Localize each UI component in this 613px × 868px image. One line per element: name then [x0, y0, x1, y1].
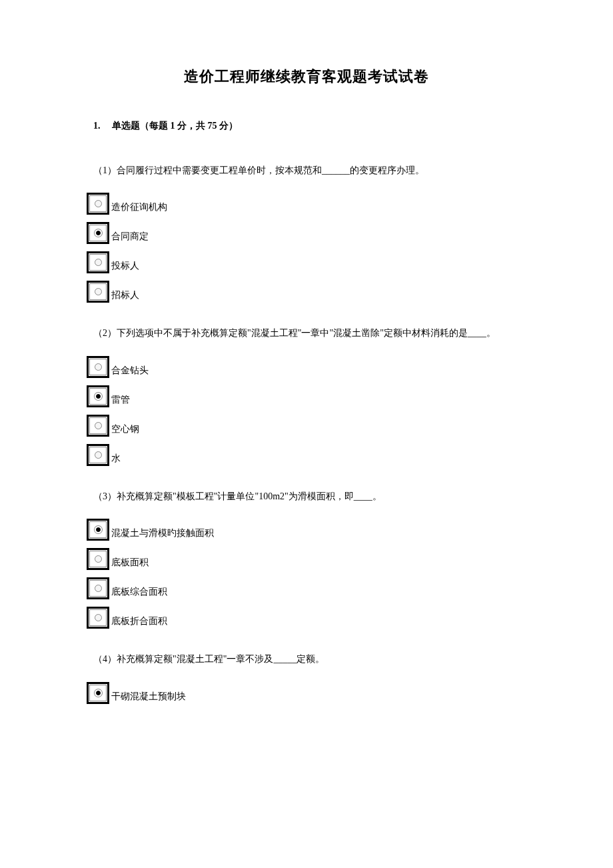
radio-box-inner [89, 551, 107, 567]
option-row[interactable]: 混凝土与滑模旳接触面积 [87, 517, 526, 541]
radio-unselected-icon [95, 451, 102, 459]
radio-box[interactable] [87, 682, 109, 704]
radio-unselected-icon [95, 555, 102, 563]
question-block: （1）合同履行过程中需要变更工程单价时，按本规范和______的变更程序办理。造… [87, 159, 526, 303]
radio-box-inner [89, 685, 107, 701]
option-row[interactable]: 干砌混凝土预制块 [87, 680, 526, 704]
radio-unselected-icon [95, 422, 102, 429]
option-label: 底板折合面积 [111, 615, 167, 629]
radio-box[interactable] [87, 577, 109, 599]
radio-box-inner [89, 521, 107, 538]
option-label: 混凝土与滑模旳接触面积 [111, 527, 214, 541]
question-text: （4）补充概算定额"混凝土工程"一章不涉及_____定额。 [87, 647, 526, 671]
radio-unselected-icon [95, 614, 102, 621]
question-text: （2）下列选项中不属于补充概算定额"混凝土工程"一章中"混凝土凿除"定额中材料消… [87, 321, 526, 345]
option-row[interactable]: 底板折合面积 [87, 605, 526, 629]
option-row[interactable]: 雷管 [87, 383, 526, 407]
radio-box-inner [89, 225, 107, 241]
option-row[interactable]: 底板面积 [87, 546, 526, 570]
radio-selected-icon [96, 394, 101, 399]
radio-unselected-icon [95, 259, 102, 266]
option-row[interactable]: 造价征询机构 [87, 191, 526, 215]
question-block: （4）补充概算定额"混凝土工程"一章不涉及_____定额。干砌混凝土预制块 [87, 647, 526, 703]
option-label: 招标人 [111, 289, 139, 303]
radio-box-inner [89, 580, 107, 597]
radio-box[interactable] [87, 193, 109, 215]
radio-box-inner [89, 447, 107, 463]
option-label: 合金钻头 [111, 365, 149, 378]
page-title: 造价工程师继续教育客观题考试试卷 [87, 67, 526, 87]
option-row[interactable]: 合同商定 [87, 220, 526, 244]
radio-box[interactable] [87, 607, 109, 629]
option-row[interactable]: 底板综合面积 [87, 575, 526, 599]
option-label: 水 [111, 453, 121, 466]
radio-box[interactable] [87, 281, 109, 303]
radio-box-inner [89, 388, 107, 405]
option-row[interactable]: 空心钢 [87, 413, 526, 437]
radio-box[interactable] [87, 519, 109, 541]
option-label: 干砌混凝土预制块 [111, 691, 186, 704]
radio-box[interactable] [87, 385, 109, 407]
option-label: 底板综合面积 [111, 586, 167, 599]
option-row[interactable]: 合金钻头 [87, 354, 526, 378]
radio-box-inner [89, 417, 107, 434]
section-header: 1. 单选题（每题 1 分，共 75 分） [87, 120, 526, 132]
radio-box-inner [89, 283, 107, 300]
radio-box-inner [89, 359, 107, 375]
question-block: （2）下列选项中不属于补充概算定额"混凝土工程"一章中"混凝土凿除"定额中材料消… [87, 321, 526, 465]
radio-selected-icon [96, 527, 101, 532]
question-text: （3）补充概算定额"模板工程"计量单位"100m2"为滑模面积，即____。 [87, 485, 526, 509]
radio-box[interactable] [87, 251, 109, 273]
radio-box[interactable] [87, 548, 109, 570]
option-label: 造价征询机构 [111, 201, 167, 215]
radio-box[interactable] [87, 356, 109, 378]
radio-box-inner [89, 254, 107, 271]
radio-box-inner [89, 195, 107, 212]
radio-box[interactable] [87, 222, 109, 244]
exam-page: 造价工程师继续教育客观题考试试卷 1. 单选题（每题 1 分，共 75 分） （… [0, 0, 613, 763]
radio-unselected-icon [95, 200, 102, 207]
option-label: 底板面积 [111, 557, 149, 570]
option-label: 合同商定 [111, 231, 149, 244]
radio-box[interactable] [87, 444, 109, 466]
section-number: 1. [93, 121, 101, 131]
option-row[interactable]: 招标人 [87, 279, 526, 303]
radio-selected-icon [96, 231, 101, 235]
radio-selected-icon [96, 691, 101, 695]
radio-unselected-icon [95, 585, 102, 592]
radio-unselected-icon [95, 288, 102, 295]
option-label: 雷管 [111, 394, 130, 407]
section-label: 单选题（每题 1 分，共 75 分） [112, 121, 238, 131]
option-row[interactable]: 水 [87, 442, 526, 466]
option-row[interactable]: 投标人 [87, 249, 526, 273]
question-block: （3）补充概算定额"模板工程"计量单位"100m2"为滑模面积，即____。混凝… [87, 485, 526, 629]
questions-container: （1）合同履行过程中需要变更工程单价时，按本规范和______的变更程序办理。造… [87, 159, 526, 704]
option-label: 空心钢 [111, 423, 139, 437]
question-text: （1）合同履行过程中需要变更工程单价时，按本规范和______的变更程序办理。 [87, 159, 526, 183]
radio-box[interactable] [87, 415, 109, 437]
option-label: 投标人 [111, 260, 139, 273]
radio-unselected-icon [95, 363, 102, 371]
radio-box-inner [89, 609, 107, 626]
